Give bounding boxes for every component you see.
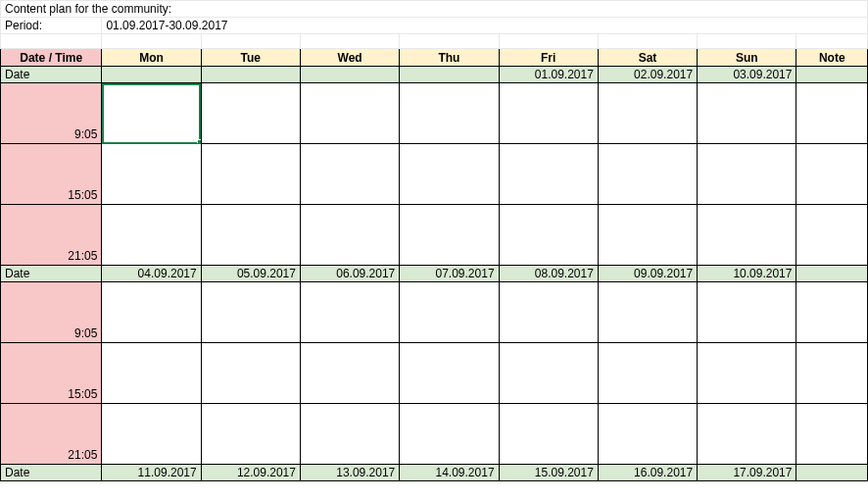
date-row-1: Date 04.09.2017 05.09.2017 06.09.2017 07… xyxy=(1,266,868,282)
date-w2-sat[interactable]: 16.09.2017 xyxy=(598,465,697,481)
header-day-mon[interactable]: Mon xyxy=(102,49,201,67)
slot-w0-t0-tue[interactable] xyxy=(201,83,300,144)
content-plan-table: Content plan for the community: Period: … xyxy=(0,0,868,481)
date-w0-tue[interactable] xyxy=(201,67,300,83)
date-w0-note[interactable] xyxy=(796,67,868,83)
date-w2-wed[interactable]: 13.09.2017 xyxy=(300,465,399,481)
period-value-cell[interactable]: 01.09.2017-30.09.2017 xyxy=(102,18,868,34)
title-cell[interactable]: Content plan for the community: xyxy=(1,1,868,18)
date-label-1[interactable]: Date xyxy=(1,266,102,282)
date-w1-sat[interactable]: 09.09.2017 xyxy=(598,266,697,282)
slot-w0-t0-sat[interactable] xyxy=(598,83,697,144)
header-note[interactable]: Note xyxy=(796,49,868,67)
slot-w0-t0-note[interactable] xyxy=(796,83,868,144)
slot-row-w1-t2: 21:05 xyxy=(1,404,868,465)
date-label-0[interactable]: Date xyxy=(1,67,102,83)
date-row-0: Date 01.09.2017 02.09.2017 03.09.2017 xyxy=(1,67,868,83)
date-w2-mon[interactable]: 11.09.2017 xyxy=(102,465,201,481)
header-day-fri[interactable]: Fri xyxy=(499,49,598,67)
date-w0-mon[interactable] xyxy=(102,67,201,83)
date-w2-fri[interactable]: 15.09.2017 xyxy=(499,465,598,481)
slot-w0-t0-fri[interactable] xyxy=(499,83,598,144)
slot-row-w0-t0: 9:05 xyxy=(1,83,868,144)
slot-row-w0-t1: 15:05 xyxy=(1,144,868,205)
header-day-wed[interactable]: Wed xyxy=(300,49,399,67)
date-w0-wed[interactable] xyxy=(300,67,399,83)
time-w0-1[interactable]: 15:05 xyxy=(1,144,102,205)
header-day-sat[interactable]: Sat xyxy=(598,49,697,67)
slot-w0-t0-sun[interactable] xyxy=(698,83,796,144)
date-w0-sat[interactable]: 02.09.2017 xyxy=(598,67,697,83)
period-label-cell[interactable]: Period: xyxy=(1,18,102,34)
slot-row-w1-t1: 15:05 xyxy=(1,343,868,404)
time-w1-0[interactable]: 9:05 xyxy=(1,282,102,343)
date-label-2[interactable]: Date xyxy=(1,465,102,481)
date-w2-note[interactable] xyxy=(796,465,868,481)
date-w0-sun[interactable]: 03.09.2017 xyxy=(698,67,796,83)
date-w2-sun[interactable]: 17.09.2017 xyxy=(698,465,796,481)
date-w2-thu[interactable]: 14.09.2017 xyxy=(400,465,499,481)
date-w1-mon[interactable]: 04.09.2017 xyxy=(102,266,201,282)
slot-row-w1-t0: 9:05 xyxy=(1,282,868,343)
date-w1-wed[interactable]: 06.09.2017 xyxy=(300,266,399,282)
slot-w0-t0-mon[interactable] xyxy=(102,83,201,144)
slot-w0-t0-thu[interactable] xyxy=(400,83,499,144)
date-w2-tue[interactable]: 12.09.2017 xyxy=(201,465,300,481)
header-day-thu[interactable]: Thu xyxy=(400,49,499,67)
blank-cell[interactable] xyxy=(1,34,102,49)
header-day-sun[interactable]: Sun xyxy=(698,49,796,67)
header-date-time[interactable]: Date / Time xyxy=(1,49,102,67)
slot-w0-t0-wed[interactable] xyxy=(300,83,399,144)
date-w1-fri[interactable]: 08.09.2017 xyxy=(499,266,598,282)
time-w0-2[interactable]: 21:05 xyxy=(1,205,102,266)
time-w1-2[interactable]: 21:05 xyxy=(1,404,102,465)
slot-row-w0-t2: 21:05 xyxy=(1,205,868,266)
date-w1-thu[interactable]: 07.09.2017 xyxy=(400,266,499,282)
time-w0-0[interactable]: 9:05 xyxy=(1,83,102,144)
date-w0-thu[interactable] xyxy=(400,67,499,83)
date-w1-note[interactable] xyxy=(796,266,868,282)
header-day-tue[interactable]: Tue xyxy=(201,49,300,67)
date-w1-sun[interactable]: 10.09.2017 xyxy=(698,266,796,282)
time-w1-1[interactable]: 15:05 xyxy=(1,343,102,404)
date-row-2: Date 11.09.2017 12.09.2017 13.09.2017 14… xyxy=(1,465,868,481)
date-w0-fri[interactable]: 01.09.2017 xyxy=(499,67,598,83)
date-w1-tue[interactable]: 05.09.2017 xyxy=(201,266,300,282)
